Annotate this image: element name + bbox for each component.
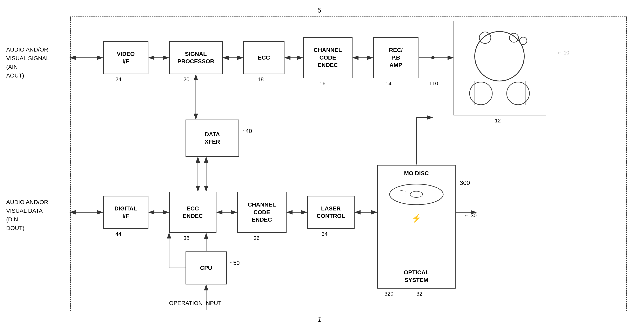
block-rec-pb-label: REC/P.BAMP bbox=[389, 46, 403, 69]
block-ecc-endec-label: ECCENDEC bbox=[183, 205, 203, 220]
block-ecc-endec: ECCENDEC bbox=[169, 192, 216, 233]
ref-320: 320 bbox=[384, 291, 393, 297]
block-cpu-label: CPU bbox=[200, 264, 212, 272]
svg-point-4 bbox=[470, 82, 492, 105]
diagram-container: 5 1 VIDEOI/F 24 SIGNALPROCESSOR 20 ECC 1… bbox=[0, 0, 644, 330]
ref-38: 38 bbox=[184, 235, 190, 241]
block-ch-code-top-label: CHANNELCODEENDEC bbox=[314, 46, 342, 69]
ref-14: 14 bbox=[386, 80, 392, 87]
ref-50: ~50 bbox=[230, 260, 240, 266]
svg-point-2 bbox=[510, 33, 518, 42]
ref-18: 18 bbox=[258, 76, 264, 83]
block-signal-processor: SIGNALPROCESSOR bbox=[169, 41, 223, 74]
tape-deck-box bbox=[454, 20, 546, 116]
svg-point-3 bbox=[520, 37, 527, 44]
svg-point-1 bbox=[479, 32, 491, 44]
ref-20: 20 bbox=[184, 76, 190, 83]
ref-12: 12 bbox=[495, 118, 501, 124]
svg-point-8 bbox=[390, 184, 443, 205]
tape-deck-svg bbox=[454, 21, 547, 116]
svg-line-10 bbox=[400, 190, 406, 191]
block-optical-system: MO DISC ⚡ OPTICALSYSTEM bbox=[377, 165, 456, 288]
ref-32: 32 bbox=[416, 291, 422, 297]
ref-44: 44 bbox=[116, 231, 122, 237]
block-video-if: VIDEOI/F bbox=[103, 41, 148, 74]
block-data-xfer: DATAXFER bbox=[186, 120, 239, 157]
ref-24: 24 bbox=[116, 76, 122, 83]
laser-beam-icon: ⚡ bbox=[411, 213, 422, 224]
block-ch-code-top: CHANNELCODEENDEC bbox=[303, 37, 352, 78]
block-ch-code-bot-label: CHANNELCODEENDEC bbox=[248, 201, 276, 224]
block-ecc-top-label: ECC bbox=[258, 54, 270, 62]
label-operation-input: OPERATION INPUT bbox=[169, 300, 222, 306]
figure-number: 1 bbox=[318, 315, 322, 324]
svg-point-5 bbox=[507, 82, 530, 105]
block-digital-if-label: DIGITALI/F bbox=[114, 205, 137, 220]
ref-10: ← 10 bbox=[556, 50, 570, 56]
block-optical-system-label: OPTICALSYSTEM bbox=[404, 269, 429, 284]
ref-30-arrow: ← 30 bbox=[464, 212, 476, 219]
mo-disc-label: MO DISC bbox=[404, 170, 429, 177]
label-audio-visual-top: AUDIO AND/ORVISUAL SIGNAL(AINAOUT) bbox=[6, 45, 49, 80]
label-5: 5 bbox=[318, 6, 322, 14]
block-signal-processor-label: SIGNALPROCESSOR bbox=[178, 50, 214, 65]
svg-point-9 bbox=[410, 191, 422, 198]
block-data-xfer-label: DATAXFER bbox=[205, 131, 220, 146]
ref-300: 300 bbox=[460, 179, 470, 186]
block-video-if-label: VIDEOI/F bbox=[117, 50, 134, 65]
mo-disc-svg bbox=[388, 180, 445, 209]
block-ecc-top: ECC bbox=[243, 41, 284, 74]
block-rec-pb: REC/P.BAMP bbox=[373, 37, 418, 78]
svg-point-0 bbox=[475, 32, 524, 81]
ref-36: 36 bbox=[254, 235, 260, 241]
ref-34: 34 bbox=[322, 231, 328, 237]
ref-16: 16 bbox=[320, 80, 326, 87]
block-laser-control-label: LASERCONTROL bbox=[317, 205, 345, 220]
block-digital-if: DIGITALI/F bbox=[103, 196, 148, 229]
block-laser-control: LASERCONTROL bbox=[307, 196, 354, 229]
block-cpu: CPU bbox=[186, 252, 227, 284]
block-ch-code-bot: CHANNELCODEENDEC bbox=[237, 192, 286, 233]
ref-110: 110 bbox=[429, 80, 438, 87]
label-audio-visual-bot: AUDIO AND/ORVISUAL DATA(DINDOUT) bbox=[6, 198, 48, 232]
ref-40: ~40 bbox=[242, 128, 252, 134]
